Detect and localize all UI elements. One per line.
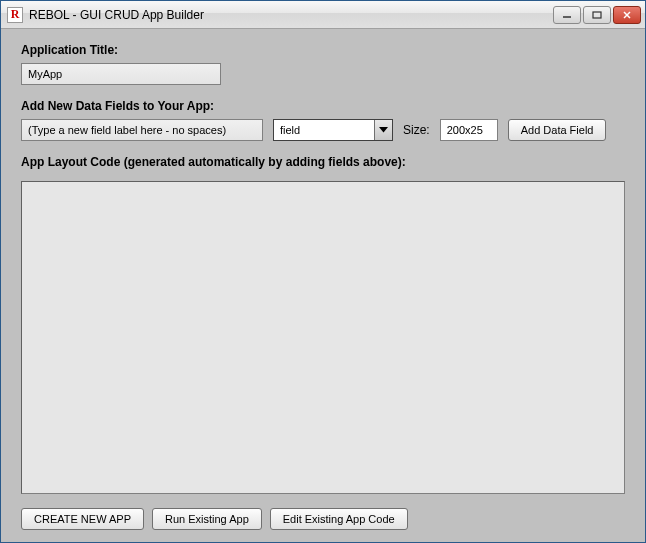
app-icon: R: [7, 7, 23, 23]
layout-code-area[interactable]: [21, 181, 625, 494]
window-controls: [553, 6, 641, 24]
maximize-button[interactable]: [583, 6, 611, 24]
add-field-row: field Size: Add Data Field: [21, 119, 625, 141]
size-input[interactable]: [440, 119, 498, 141]
window-title: REBOL - GUI CRUD App Builder: [29, 8, 553, 22]
edit-existing-app-code-button[interactable]: Edit Existing App Code: [270, 508, 408, 530]
close-button[interactable]: [613, 6, 641, 24]
field-type-select[interactable]: field: [273, 119, 393, 141]
dropdown-arrow-icon: [374, 120, 392, 140]
add-data-field-button[interactable]: Add Data Field: [508, 119, 607, 141]
app-title-label: Application Title:: [21, 43, 625, 57]
size-label: Size:: [403, 123, 430, 137]
layout-code-label: App Layout Code (generated automatically…: [21, 155, 625, 169]
titlebar: R REBOL - GUI CRUD App Builder: [1, 1, 645, 29]
svg-rect-1: [593, 12, 601, 18]
app-title-input[interactable]: [21, 63, 221, 85]
client-area: Application Title: Add New Data Fields t…: [1, 29, 645, 542]
add-fields-label: Add New Data Fields to Your App:: [21, 99, 625, 113]
svg-marker-4: [379, 127, 388, 133]
run-existing-app-button[interactable]: Run Existing App: [152, 508, 262, 530]
app-window: R REBOL - GUI CRUD App Builder Applicati…: [0, 0, 646, 543]
create-new-app-button[interactable]: CREATE NEW APP: [21, 508, 144, 530]
field-label-input[interactable]: [21, 119, 263, 141]
bottom-button-row: CREATE NEW APP Run Existing App Edit Exi…: [21, 508, 625, 530]
minimize-button[interactable]: [553, 6, 581, 24]
